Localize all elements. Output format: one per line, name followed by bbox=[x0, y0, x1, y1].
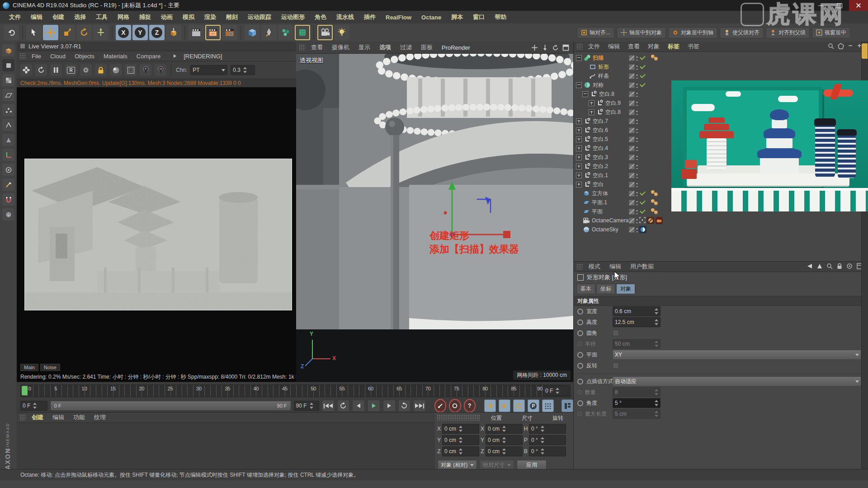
visibility-dots[interactable] bbox=[636, 91, 638, 97]
object-row-octanesky[interactable]: OctaneSky bbox=[574, 225, 868, 234]
white-balance-picker-icon[interactable]: H bbox=[155, 64, 166, 76]
mat-menu-texture[interactable]: 纹理 bbox=[90, 413, 110, 422]
view-center-button[interactable]: 视窗居中 bbox=[812, 27, 850, 38]
collapse-icon[interactable] bbox=[576, 82, 582, 88]
expand-icon[interactable] bbox=[576, 173, 582, 178]
expand-icon[interactable] bbox=[576, 136, 582, 142]
scale-tool-button[interactable] bbox=[60, 25, 75, 40]
visibility-dots[interactable] bbox=[636, 118, 638, 124]
history-up-icon[interactable] bbox=[817, 263, 822, 270]
play-button[interactable] bbox=[368, 400, 380, 412]
visibility-dots[interactable] bbox=[636, 209, 638, 214]
next-key-button[interactable] bbox=[398, 400, 411, 412]
keyframe-circle-icon[interactable] bbox=[577, 309, 583, 314]
key-parameter-toggle[interactable]: P bbox=[528, 399, 539, 412]
om-menu-tags[interactable]: 标签 bbox=[664, 42, 683, 52]
menu-tools[interactable]: 工具 bbox=[91, 11, 112, 23]
material-tags-icon[interactable] bbox=[651, 208, 659, 215]
undo-button[interactable] bbox=[4, 25, 19, 40]
tab-basic[interactable]: 基本 bbox=[576, 284, 595, 294]
tab-coordinates[interactable]: 坐标 bbox=[596, 284, 615, 294]
vp-menu-display[interactable]: 显示 bbox=[354, 42, 374, 52]
viewport-solo-icon[interactable] bbox=[2, 164, 14, 176]
render-to-picture-viewer-button[interactable] bbox=[205, 25, 221, 40]
pos-x-field[interactable]: 0 cm bbox=[442, 424, 479, 434]
layer-toggle[interactable] bbox=[629, 136, 635, 142]
keyframe-circle-icon[interactable] bbox=[577, 319, 583, 325]
sculpt-brush-icon[interactable] bbox=[2, 178, 14, 191]
timeline-window-button[interactable] bbox=[561, 399, 573, 412]
object-row-spline[interactable]: 样条 bbox=[574, 71, 868, 80]
lv-menu-cloud[interactable]: Cloud bbox=[46, 52, 70, 61]
lv-menu-objects[interactable]: Objects bbox=[71, 52, 99, 61]
width-field[interactable]: 0.6 cm bbox=[613, 306, 660, 316]
light-tool-button[interactable] bbox=[334, 25, 349, 40]
end-frame-field[interactable]: 90 F bbox=[294, 401, 319, 411]
rot-b-field[interactable]: 0 ° bbox=[529, 446, 566, 456]
live-viewer-titlebar[interactable]: Live Viewer 3.07-R1 bbox=[17, 42, 296, 51]
visibility-dots[interactable] bbox=[636, 227, 638, 232]
last-tool-button[interactable] bbox=[93, 25, 108, 40]
material-tags-icon[interactable] bbox=[651, 55, 659, 61]
layer-toggle[interactable] bbox=[629, 118, 635, 124]
coordinate-system-button[interactable] bbox=[166, 25, 181, 40]
lock-y-button[interactable]: Y bbox=[132, 25, 148, 40]
picture-region-icon[interactable] bbox=[125, 64, 137, 76]
expand-icon[interactable] bbox=[589, 109, 594, 115]
target-icon[interactable] bbox=[639, 217, 646, 225]
layer-dock-tab[interactable] bbox=[862, 43, 868, 59]
live-selection-button[interactable] bbox=[26, 25, 42, 40]
lv-menu-file[interactable]: File bbox=[28, 52, 45, 61]
convert-editable-icon[interactable] bbox=[2, 44, 14, 56]
region-render-icon[interactable]: R bbox=[65, 64, 77, 76]
polygons-mode-icon[interactable] bbox=[2, 134, 14, 146]
layer-toggle[interactable] bbox=[629, 200, 635, 206]
om-grip-icon[interactable] bbox=[576, 43, 583, 50]
menu-render[interactable]: 渲染 bbox=[200, 11, 221, 23]
visibility-dots[interactable] bbox=[636, 182, 638, 187]
object-center-to-axis-button[interactable]: 对象居中到轴 bbox=[668, 27, 717, 38]
size-y-field[interactable]: 0 cm bbox=[486, 435, 523, 445]
key-position-toggle[interactable] bbox=[484, 399, 496, 412]
add-primitive-button[interactable] bbox=[245, 25, 260, 40]
visibility-dots[interactable] bbox=[636, 218, 638, 223]
enabled-check-icon[interactable] bbox=[640, 208, 646, 214]
rounding-checkbox[interactable] bbox=[613, 330, 619, 336]
layer-toggle[interactable] bbox=[629, 155, 635, 160]
goto-end-button[interactable] bbox=[413, 400, 426, 412]
visibility-dots[interactable] bbox=[636, 173, 638, 178]
layer-toggle[interactable] bbox=[629, 109, 635, 115]
plane-dropdown[interactable]: XY bbox=[613, 350, 861, 360]
material-ball-icon[interactable] bbox=[110, 64, 122, 76]
sky-tag-icon[interactable] bbox=[639, 226, 646, 233]
am-search-icon[interactable] bbox=[826, 263, 833, 271]
visibility-dots[interactable] bbox=[636, 109, 638, 115]
enabled-check-icon[interactable] bbox=[640, 63, 646, 69]
points-mode-icon[interactable] bbox=[2, 104, 14, 116]
layer-toggle[interactable] bbox=[629, 127, 635, 133]
menu-simulate[interactable]: 模拟 bbox=[178, 11, 199, 23]
timeline-ruler[interactable]: 051015202530354045505560657075808590 0 F bbox=[20, 385, 571, 397]
visibility-dots[interactable] bbox=[636, 73, 638, 79]
pos-y-field[interactable]: 0 cm bbox=[442, 435, 479, 445]
lock-x-button[interactable]: X bbox=[116, 25, 131, 40]
om-menu-bookmarks[interactable]: 书签 bbox=[684, 42, 703, 52]
minimize-button[interactable] bbox=[811, 0, 830, 11]
preview-range-bar[interactable]: 0 F90 F bbox=[50, 401, 291, 411]
menu-sculpt[interactable]: 雕刻 bbox=[222, 11, 242, 23]
vp-menu-filter[interactable]: 过滤 bbox=[396, 42, 416, 52]
menu-edit[interactable]: 编辑 bbox=[26, 11, 47, 23]
reverse-checkbox[interactable] bbox=[613, 362, 619, 369]
goto-start-button[interactable] bbox=[322, 400, 335, 412]
align-to-parent-button[interactable]: 对齐到父级 bbox=[766, 27, 810, 38]
expand-icon[interactable] bbox=[576, 118, 582, 124]
expand-icon[interactable] bbox=[576, 182, 582, 188]
channel-value-field[interactable]: 0.3 bbox=[231, 65, 255, 75]
am-lock-icon[interactable] bbox=[837, 263, 842, 271]
layer-toggle[interactable] bbox=[629, 182, 635, 188]
snap-magnet-icon[interactable] bbox=[2, 193, 14, 206]
expand-icon[interactable] bbox=[576, 127, 582, 133]
keyframe-circle-icon[interactable] bbox=[577, 379, 583, 385]
visibility-dots[interactable] bbox=[636, 64, 638, 70]
collapse-icon[interactable] bbox=[576, 55, 582, 61]
